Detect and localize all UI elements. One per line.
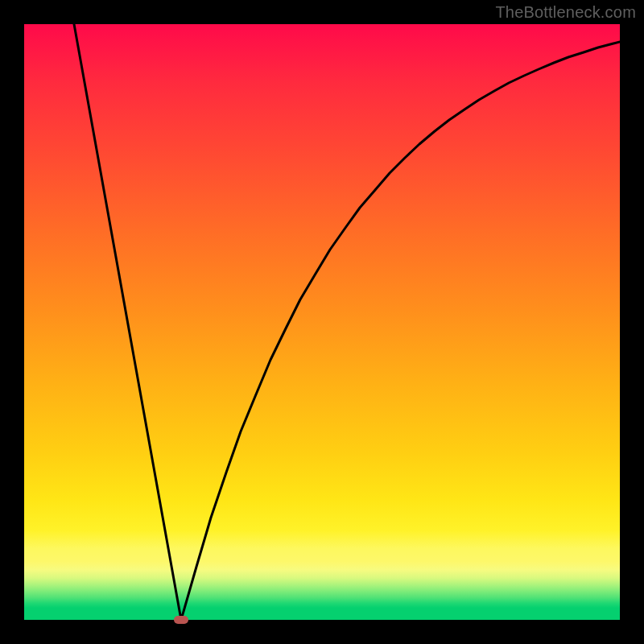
- bottleneck-curve: [24, 24, 620, 620]
- plot-area: [24, 24, 620, 620]
- minimum-marker: [174, 616, 188, 624]
- curve-path: [74, 24, 620, 620]
- chart-frame: TheBottleneck.com: [0, 0, 644, 644]
- watermark-text: TheBottleneck.com: [495, 3, 636, 22]
